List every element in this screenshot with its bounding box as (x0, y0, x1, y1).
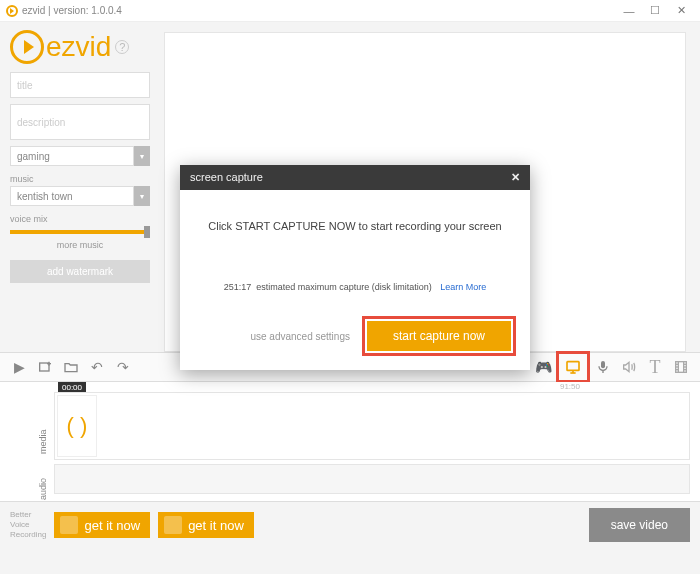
screen-capture-button[interactable] (560, 355, 586, 379)
add-watermark-button[interactable]: add watermark (10, 260, 150, 283)
dialog-estimate: 251:17 estimated maximum capture (disk l… (200, 282, 510, 292)
undo-button[interactable]: ↶ (84, 355, 110, 379)
media-clip[interactable]: ( ) (57, 395, 97, 457)
screen-capture-highlight (556, 351, 590, 383)
music-label: music (10, 174, 150, 184)
play-button[interactable]: ▶ (6, 355, 32, 379)
mic-promo-icon (60, 516, 78, 534)
help-icon[interactable]: ? (115, 40, 129, 54)
headset-promo-icon (164, 516, 182, 534)
save-video-button[interactable]: save video (589, 508, 690, 542)
get-it-now-button-2[interactable]: get it now (158, 512, 254, 538)
logo-text: ezvid (46, 31, 111, 63)
chevron-down-icon: ▾ (134, 146, 150, 166)
voicemix-label: voice mix (10, 214, 150, 224)
app-logo: ezvid ? (10, 30, 150, 64)
advanced-settings-link[interactable]: use advanced settings (194, 331, 350, 342)
timeline[interactable]: 00:00 media audio ( ) 91:50 (0, 382, 700, 502)
audio-track-label: audio (38, 486, 48, 500)
play-logo-icon (10, 30, 44, 64)
voicemix-slider[interactable] (10, 230, 150, 234)
close-button[interactable]: ✕ (668, 4, 694, 17)
screen-capture-dialog: screen capture ✕ Click START CAPTURE NOW… (180, 165, 530, 370)
footer: BetterVoiceRecording get it now get it n… (0, 502, 700, 548)
title-input[interactable]: title (10, 72, 150, 98)
audio-track[interactable] (54, 464, 690, 494)
film-icon[interactable] (668, 355, 694, 379)
chevron-down-icon: ▾ (134, 186, 150, 206)
dialog-title: screen capture (190, 171, 263, 184)
window-titlebar: ezvid | version: 1.0.0.4 — ☐ ✕ (0, 0, 700, 22)
footer-promo-text: BetterVoiceRecording (10, 510, 46, 540)
start-capture-highlight: start capture now (362, 316, 516, 356)
maximize-button[interactable]: ☐ (642, 4, 668, 17)
add-media-button[interactable] (32, 355, 58, 379)
minimize-button[interactable]: — (616, 5, 642, 17)
gamepad-icon[interactable]: 🎮 (530, 355, 556, 379)
microphone-icon[interactable] (590, 355, 616, 379)
dialog-close-button[interactable]: ✕ (511, 171, 520, 184)
app-icon (6, 5, 18, 17)
get-it-now-button-1[interactable]: get it now (54, 512, 150, 538)
svg-rect-6 (601, 361, 605, 368)
start-capture-button[interactable]: start capture now (367, 321, 511, 351)
speech-icon[interactable] (616, 355, 642, 379)
description-input[interactable]: description (10, 104, 150, 140)
learn-more-link[interactable]: Learn More (440, 282, 486, 292)
ruler-mark: 91:50 (560, 382, 580, 391)
media-track-label: media (38, 440, 48, 454)
dialog-message: Click START CAPTURE NOW to start recordi… (200, 220, 510, 232)
svg-rect-3 (567, 362, 579, 371)
more-music-link[interactable]: more music (10, 240, 150, 250)
music-select[interactable]: kentish town ▾ (10, 186, 150, 206)
sidebar: ezvid ? title description gaming ▾ music… (0, 22, 160, 352)
media-track[interactable]: ( ) (54, 392, 690, 460)
dialog-header: screen capture ✕ (180, 165, 530, 190)
text-icon[interactable]: T (642, 355, 668, 379)
redo-button[interactable]: ↷ (110, 355, 136, 379)
window-title: ezvid | version: 1.0.0.4 (22, 5, 122, 16)
category-select[interactable]: gaming ▾ (10, 146, 150, 166)
open-button[interactable] (58, 355, 84, 379)
